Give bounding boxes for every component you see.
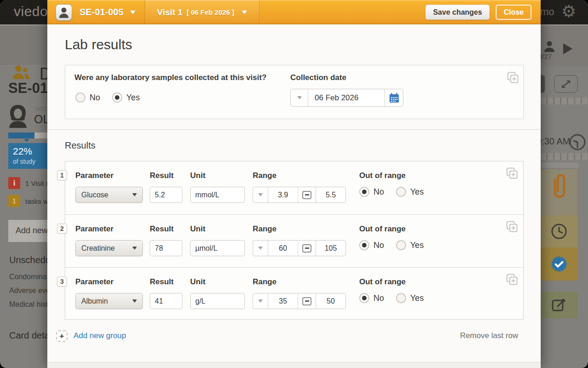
copy-record-icon[interactable] (506, 220, 518, 233)
samples-no-radio[interactable] (75, 92, 85, 103)
scroll-thumb (541, 162, 579, 168)
range-low-input[interactable] (268, 293, 298, 309)
oor-no-radio[interactable] (359, 240, 369, 250)
form-card (541, 292, 577, 318)
card-details-heading: Card detai (9, 330, 51, 341)
range-high-input[interactable] (316, 293, 345, 309)
range-separator (298, 187, 316, 202)
sidebar-link-condomina: Condomina (9, 273, 47, 281)
study-progress-fill (8, 132, 34, 138)
save-changes-button[interactable]: Save changes (425, 5, 490, 20)
date-dropdown-button[interactable] (291, 89, 308, 106)
play-icon (563, 43, 572, 54)
oor-yes-radio[interactable] (396, 293, 406, 303)
oor-yes-radio[interactable] (396, 187, 406, 197)
caret-down-icon (130, 11, 136, 14)
progress-percent: 22% (13, 146, 52, 157)
edit-icon (551, 297, 567, 313)
form-title: Lab results (65, 37, 132, 52)
caret-down-icon (132, 247, 137, 250)
unit-label: Unit (190, 224, 245, 234)
result-input[interactable] (150, 293, 182, 309)
paperclip-icon (550, 173, 569, 200)
unscheduled-section-heading: Unschedu (9, 255, 51, 265)
range-control (253, 293, 346, 309)
header-user-text: mo (540, 6, 554, 18)
visit-topbar: SE-01-005 Visit 1 [ 06 Feb 2026 ] Save c… (47, 0, 541, 24)
result-label: Result (150, 224, 182, 234)
out-of-range-radio-group: No Yes (359, 187, 435, 197)
lab-results-dialog: SE-01-005 Visit 1 [ 06 Feb 2026 ] Save c… (47, 0, 541, 368)
unit-input[interactable] (190, 187, 245, 203)
visit-date: [ 06 Feb 2026 ] (187, 8, 234, 16)
expand-icon (560, 80, 571, 89)
range-dropdown-button[interactable] (253, 293, 268, 309)
oor-yes-label: Yes (410, 241, 424, 250)
plus-icon[interactable]: + (56, 330, 68, 342)
task-alert-text: tasks w (25, 197, 48, 205)
remove-last-row-link[interactable]: Remove last row (460, 331, 518, 340)
result-input[interactable] (150, 187, 182, 203)
range-low-input[interactable] (268, 187, 298, 202)
samples-question-label: Were any laboratory samples collected at… (74, 73, 266, 82)
calendar-icon (389, 93, 399, 103)
oor-no-radio[interactable] (359, 187, 369, 197)
progress-marker-icon (24, 139, 29, 142)
results-footer: + Add new group Remove last row (65, 330, 524, 344)
range-dropdown-button[interactable] (253, 241, 268, 256)
minus-icon (302, 244, 311, 253)
row-number-badge: 1 (57, 170, 67, 180)
range-high-input[interactable] (316, 241, 345, 256)
visit-selector[interactable]: Visit 1 [ 06 Feb 2026 ] (145, 0, 260, 24)
parameter-value: Creatinine (81, 244, 115, 253)
gear-icon: ⚙ (561, 2, 576, 21)
copy-record-icon[interactable] (506, 273, 518, 286)
results-section-title: Results (65, 140, 96, 151)
result-row: 1 Parameter Glucose Result Unit Range Ou… (65, 161, 523, 214)
add-new-event-button: Add new (8, 220, 52, 242)
result-row: 3 Parameter Albumin Result Unit Range Ou… (65, 267, 523, 320)
visit-alert-text: 1 Visit r (25, 179, 48, 187)
info-icon: i (8, 177, 20, 189)
unit-input[interactable] (190, 293, 245, 309)
range-high-input[interactable] (316, 187, 345, 202)
section-divider (47, 129, 541, 130)
verified-icon (550, 255, 568, 273)
progress-summary-card: 22% of study (8, 143, 52, 169)
divider (541, 66, 588, 66)
range-low-input[interactable] (268, 241, 298, 256)
parameter-value: Glucose (81, 191, 108, 199)
expand-button (554, 75, 578, 93)
oor-no-label: No (373, 241, 384, 250)
collection-date-value[interactable]: 06 Feb 2026 (308, 89, 384, 106)
unit-input[interactable] (190, 240, 245, 256)
add-new-group-link[interactable]: Add new group (74, 331, 126, 340)
copy-record-icon[interactable] (506, 167, 518, 179)
sidebar-link-medical-history: Medical hist (9, 300, 48, 309)
range-label: Range (253, 277, 346, 287)
parameter-dropdown[interactable]: Albumin (75, 293, 143, 309)
unit-label: Unit (190, 277, 245, 287)
parameter-value: Albumin (81, 297, 108, 305)
samples-yes-radio[interactable] (112, 92, 122, 103)
result-label: Result (150, 171, 182, 180)
parameter-dropdown[interactable]: Glucose (75, 187, 143, 203)
copy-record-icon[interactable] (507, 71, 519, 84)
subject-selector[interactable]: SE-01-005 (47, 0, 145, 24)
range-dropdown-button[interactable] (253, 187, 268, 202)
user-icon (544, 40, 555, 52)
subject-id: SE-01-005 (79, 7, 124, 17)
calendar-picker-button[interactable] (384, 89, 403, 106)
result-input[interactable] (150, 240, 182, 256)
oor-yes-radio[interactable] (396, 240, 406, 250)
subject-heading: SE-01 (8, 80, 48, 97)
close-button[interactable]: Close (496, 5, 531, 20)
parameter-label: Parameter (75, 171, 143, 180)
sidebar-link-adverse-events: Adverse eve (9, 287, 50, 295)
form-card (541, 247, 577, 281)
parameter-dropdown[interactable]: Creatinine (75, 240, 143, 256)
screen: viedoc mo ⚙ D SE-01 INIT OL 22% of study… (0, 0, 588, 368)
collection-date-label: Collection date (290, 73, 346, 82)
parameter-label: Parameter (75, 224, 143, 234)
oor-no-radio[interactable] (359, 293, 369, 303)
